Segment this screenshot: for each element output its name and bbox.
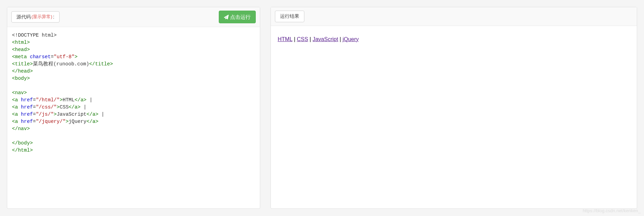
code-editor[interactable]: <!DOCTYPE html><html><head><meta charset… (7, 27, 260, 159)
source-label-toggle: (显示异常) (31, 14, 52, 20)
result-nav: HTML | CSS | JavaScript | jQuery (278, 36, 630, 42)
code-line: </nav> (12, 125, 255, 132)
nav-separator: | (308, 36, 313, 42)
code-line: <a href="/js/">JavaScript</a> | (12, 111, 255, 118)
watermark: https://blog.csdn.net/kenken_ (583, 208, 641, 213)
source-label-colon: : (53, 14, 54, 21)
nav-separator: | (338, 36, 343, 42)
code-line: <!DOCTYPE html> (12, 32, 255, 39)
code-line: <body> (12, 75, 255, 82)
code-line: <a href="/css/">CSS</a> | (12, 104, 255, 111)
source-panel: 源代码 (显示异常): 点击运行 <!DOCTYPE html><html><h… (7, 7, 260, 209)
nav-link-css[interactable]: CSS (297, 36, 308, 42)
result-panel-header: 运行结果 (271, 7, 637, 26)
code-line: <meta charset="utf-8"> (12, 53, 255, 61)
result-label: 运行结果 (280, 13, 299, 20)
result-panel: 运行结果 HTML | CSS | JavaScript | jQuery (270, 7, 637, 209)
source-panel-header: 源代码 (显示异常): 点击运行 (7, 7, 260, 27)
nav-separator: | (292, 36, 297, 42)
nav-link-jquery[interactable]: jQuery (343, 36, 359, 42)
code-line: <title>菜鸟教程(runoob.com)</title> (12, 61, 255, 68)
result-label-button[interactable]: 运行结果 (275, 11, 304, 22)
code-line: <a href="/jquery/">jQuery</a> (12, 118, 255, 125)
code-line (12, 82, 255, 89)
code-line: </html> (12, 147, 255, 154)
code-line: <html> (12, 39, 255, 46)
nav-link-html[interactable]: HTML (278, 36, 292, 42)
source-label-prefix: 源代码 (16, 14, 31, 21)
code-line: <head> (12, 46, 255, 53)
code-line: <a href="/html/">HTML</a> | (12, 97, 255, 104)
code-line: <nav> (12, 89, 255, 97)
run-button-label: 点击运行 (230, 13, 251, 21)
nav-link-javascript[interactable]: JavaScript (313, 36, 338, 42)
code-line: </body> (12, 140, 255, 147)
run-button[interactable]: 点击运行 (219, 11, 256, 23)
result-output: HTML | CSS | JavaScript | jQuery (271, 26, 637, 53)
paper-plane-icon (224, 15, 229, 20)
code-line: </head> (12, 68, 255, 75)
code-line (12, 132, 255, 140)
source-label-button[interactable]: 源代码 (显示异常): (11, 11, 60, 23)
